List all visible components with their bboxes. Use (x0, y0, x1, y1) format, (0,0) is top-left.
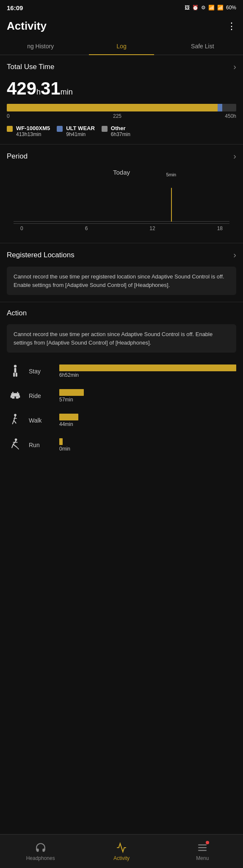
activity-icon (116, 842, 127, 854)
action-info: Cannot record the use time per action si… (7, 324, 236, 353)
nav-activity[interactable]: Activity (81, 842, 162, 861)
hours-value: 429 (7, 78, 36, 98)
run-icon (7, 437, 24, 453)
nav-activity-label: Activity (113, 855, 130, 861)
legend-color-wf1000xm5 (7, 126, 13, 132)
svg-rect-6 (16, 397, 19, 399)
total-use-time-section: Total Use Time › 429h31min 0 225 450h WF… (0, 55, 243, 144)
svg-rect-2 (13, 373, 15, 377)
status-icons: 🖼 ⏰ ⚙ 📶 📶 60% (185, 5, 236, 11)
svg-rect-3 (16, 373, 17, 377)
bottom-nav: Headphones Activity Menu (0, 834, 243, 868)
menu-icon (196, 842, 208, 854)
action-header: Action (0, 302, 243, 321)
svg-line-20 (13, 444, 17, 447)
legend-item-other: Other 6h37min (102, 125, 130, 137)
stay-label: Stay (29, 368, 54, 375)
run-bar (59, 438, 63, 445)
progress-labels: 0 225 450h (7, 111, 236, 121)
alarm-icon: ⏰ (192, 5, 199, 11)
walk-label: Walk (29, 417, 54, 424)
svg-point-11 (14, 414, 17, 416)
period-header[interactable]: Period › (0, 145, 243, 164)
chart-bar-label: 5min (166, 172, 176, 177)
registered-locations-title: Registered Locations (7, 251, 75, 259)
minutes-value: 31 (41, 78, 61, 98)
total-use-time-chevron: › (233, 62, 236, 72)
progress-gold (7, 104, 218, 111)
legend-name-other: Other (111, 125, 130, 131)
chart-inner: 5min (14, 179, 229, 222)
walk-bar-wrap: 44min (59, 414, 236, 427)
legend-name-ultwear: ULT WEAR (66, 125, 95, 131)
period-section: Period › Today 5min 0 6 12 18 (0, 145, 243, 243)
tab-listening-history[interactable]: ng History (0, 38, 81, 55)
registered-locations-header[interactable]: Registered Locations › (0, 243, 243, 263)
tab-log[interactable]: Log (81, 38, 162, 55)
action-section: Action Cannot record the use time per ac… (0, 302, 243, 468)
action-row-ride: Ride 57min (7, 387, 236, 404)
nav-menu-label: Menu (196, 855, 209, 861)
x-label-12: 12 (149, 225, 155, 231)
ride-label: Ride (29, 392, 54, 399)
period-label: Today (0, 164, 243, 179)
run-label: Run (29, 442, 54, 448)
action-row-walk: Walk 44min (7, 412, 236, 429)
total-use-time-title: Total Use Time (7, 63, 54, 71)
chart-area: 5min 0 6 12 18 (0, 179, 243, 243)
time-display: 429h31min (0, 75, 243, 104)
legend-item-wf1000xm5: WF-1000XM5 413h13min (7, 125, 50, 137)
total-use-time-header[interactable]: Total Use Time › (0, 55, 243, 75)
chart-x-axis: 0 6 12 18 (14, 223, 229, 231)
bluetooth-icon: ⚙ (201, 5, 206, 11)
action-row-stay: Stay 6h52min (7, 363, 236, 380)
progress-container: 0 225 450h (0, 104, 243, 121)
legend-name-wf1000xm5: WF-1000XM5 (16, 125, 50, 131)
tab-safe-list[interactable]: Safe List (162, 38, 243, 55)
ride-bar (59, 389, 84, 396)
x-label-0: 0 (20, 225, 23, 231)
stay-bar (59, 364, 236, 371)
walk-icon (7, 412, 24, 429)
registered-locations-info: Cannot record the use time per registere… (7, 267, 236, 295)
nav-headphones[interactable]: Headphones (0, 842, 81, 861)
svg-line-17 (13, 441, 16, 444)
svg-rect-5 (12, 397, 14, 399)
legend: WF-1000XM5 413h13min ULT WEAR 9h41min Ot… (0, 121, 243, 144)
legend-time-other: 6h37min (111, 131, 130, 137)
chart-bar (171, 188, 172, 222)
svg-point-16 (15, 438, 17, 441)
ride-time: 57min (59, 397, 236, 403)
app-header: Activity ⋮ (0, 15, 243, 38)
action-title: Action (7, 309, 27, 317)
registered-locations-chevron: › (233, 250, 236, 260)
nav-headphones-label: Headphones (26, 855, 55, 861)
svg-rect-1 (14, 368, 17, 373)
x-label-18: 18 (217, 225, 223, 231)
svg-point-10 (17, 392, 18, 393)
legend-item-ultwear: ULT WEAR 9h41min (57, 125, 95, 137)
menu-notification-dot (206, 841, 209, 844)
progress-label-mid: 225 (113, 113, 122, 119)
battery-level: 60% (226, 5, 236, 11)
progress-blue (218, 104, 223, 111)
svg-line-19 (12, 444, 13, 448)
svg-rect-7 (11, 395, 12, 398)
ride-bar-wrap: 57min (59, 389, 236, 403)
progress-label-max: 450h (225, 113, 236, 119)
signal-icon: 📶 (217, 5, 224, 11)
more-menu-icon[interactable]: ⋮ (227, 21, 236, 32)
stay-time: 6h52min (59, 372, 236, 378)
page-title: Activity (7, 19, 47, 33)
x-label-6: 6 (85, 225, 88, 231)
legend-color-ultwear (57, 126, 63, 132)
gallery-icon: 🖼 (185, 5, 190, 11)
registered-locations-section: Registered Locations › Cannot record the… (0, 243, 243, 295)
status-time: 16:09 (7, 4, 23, 11)
headphones-icon (35, 842, 47, 854)
nav-menu[interactable]: Menu (162, 842, 243, 861)
legend-color-other (102, 126, 108, 132)
legend-time-ultwear: 9h41min (66, 131, 95, 137)
status-bar: 16:09 🖼 ⏰ ⚙ 📶 📶 60% (0, 0, 243, 15)
action-rows: Stay 6h52min (0, 359, 243, 468)
